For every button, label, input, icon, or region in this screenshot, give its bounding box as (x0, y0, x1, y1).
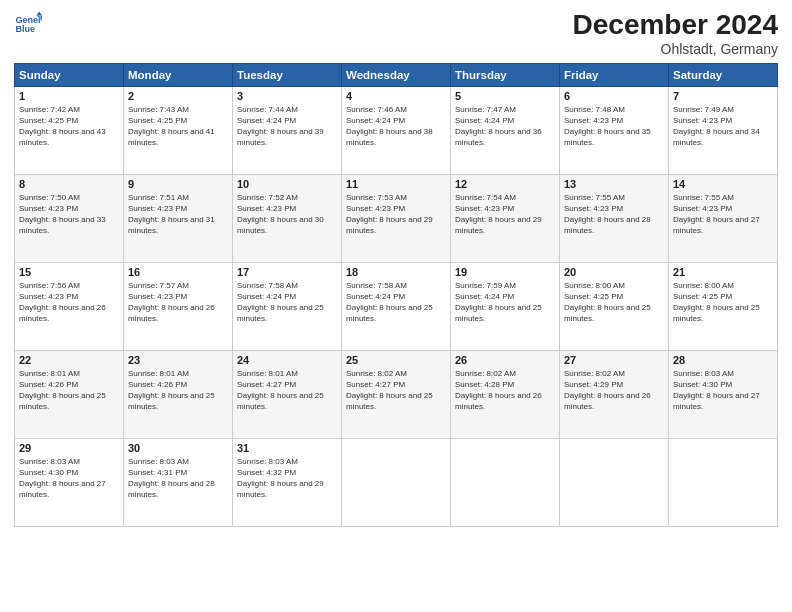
calendar-cell: 29Sunrise: 8:03 AMSunset: 4:30 PMDayligh… (15, 438, 124, 526)
month-title: December 2024 (573, 10, 778, 41)
calendar-cell (451, 438, 560, 526)
page: General Blue December 2024 Ohlstadt, Ger… (0, 0, 792, 612)
title-block: December 2024 Ohlstadt, Germany (573, 10, 778, 57)
logo: General Blue (14, 10, 42, 38)
calendar-cell: 14Sunrise: 7:55 AMSunset: 4:23 PMDayligh… (669, 174, 778, 262)
cell-content: Sunrise: 7:49 AMSunset: 4:23 PMDaylight:… (673, 104, 773, 149)
calendar-week-row: 29Sunrise: 8:03 AMSunset: 4:30 PMDayligh… (15, 438, 778, 526)
calendar-cell: 19Sunrise: 7:59 AMSunset: 4:24 PMDayligh… (451, 262, 560, 350)
day-number: 11 (346, 178, 446, 190)
day-number: 29 (19, 442, 119, 454)
calendar-cell: 5Sunrise: 7:47 AMSunset: 4:24 PMDaylight… (451, 86, 560, 174)
cell-content: Sunrise: 7:48 AMSunset: 4:23 PMDaylight:… (564, 104, 664, 149)
cell-content: Sunrise: 8:01 AMSunset: 4:27 PMDaylight:… (237, 368, 337, 413)
calendar-cell (560, 438, 669, 526)
col-header-wednesday: Wednesday (342, 63, 451, 86)
cell-content: Sunrise: 7:58 AMSunset: 4:24 PMDaylight:… (237, 280, 337, 325)
calendar-cell (669, 438, 778, 526)
svg-text:Blue: Blue (15, 24, 35, 34)
day-number: 15 (19, 266, 119, 278)
calendar-table: SundayMondayTuesdayWednesdayThursdayFrid… (14, 63, 778, 527)
day-number: 16 (128, 266, 228, 278)
calendar-cell: 28Sunrise: 8:03 AMSunset: 4:30 PMDayligh… (669, 350, 778, 438)
day-number: 27 (564, 354, 664, 366)
calendar-cell: 22Sunrise: 8:01 AMSunset: 4:26 PMDayligh… (15, 350, 124, 438)
day-number: 24 (237, 354, 337, 366)
col-header-monday: Monday (124, 63, 233, 86)
cell-content: Sunrise: 7:46 AMSunset: 4:24 PMDaylight:… (346, 104, 446, 149)
calendar-cell: 27Sunrise: 8:02 AMSunset: 4:29 PMDayligh… (560, 350, 669, 438)
cell-content: Sunrise: 7:57 AMSunset: 4:23 PMDaylight:… (128, 280, 228, 325)
location-title: Ohlstadt, Germany (573, 41, 778, 57)
day-number: 10 (237, 178, 337, 190)
day-number: 23 (128, 354, 228, 366)
cell-content: Sunrise: 7:55 AMSunset: 4:23 PMDaylight:… (673, 192, 773, 237)
cell-content: Sunrise: 7:44 AMSunset: 4:24 PMDaylight:… (237, 104, 337, 149)
day-number: 6 (564, 90, 664, 102)
day-number: 4 (346, 90, 446, 102)
calendar-cell: 3Sunrise: 7:44 AMSunset: 4:24 PMDaylight… (233, 86, 342, 174)
day-number: 26 (455, 354, 555, 366)
col-header-thursday: Thursday (451, 63, 560, 86)
day-number: 21 (673, 266, 773, 278)
day-number: 8 (19, 178, 119, 190)
calendar-cell: 4Sunrise: 7:46 AMSunset: 4:24 PMDaylight… (342, 86, 451, 174)
calendar-cell: 30Sunrise: 8:03 AMSunset: 4:31 PMDayligh… (124, 438, 233, 526)
calendar-cell: 26Sunrise: 8:02 AMSunset: 4:28 PMDayligh… (451, 350, 560, 438)
day-number: 13 (564, 178, 664, 190)
cell-content: Sunrise: 7:59 AMSunset: 4:24 PMDaylight:… (455, 280, 555, 325)
day-number: 28 (673, 354, 773, 366)
calendar-cell: 1Sunrise: 7:42 AMSunset: 4:25 PMDaylight… (15, 86, 124, 174)
cell-content: Sunrise: 8:03 AMSunset: 4:30 PMDaylight:… (673, 368, 773, 413)
calendar-cell: 23Sunrise: 8:01 AMSunset: 4:26 PMDayligh… (124, 350, 233, 438)
col-header-saturday: Saturday (669, 63, 778, 86)
day-number: 9 (128, 178, 228, 190)
calendar-cell: 10Sunrise: 7:52 AMSunset: 4:23 PMDayligh… (233, 174, 342, 262)
calendar-week-row: 1Sunrise: 7:42 AMSunset: 4:25 PMDaylight… (15, 86, 778, 174)
header: General Blue December 2024 Ohlstadt, Ger… (14, 10, 778, 57)
day-number: 1 (19, 90, 119, 102)
cell-content: Sunrise: 8:01 AMSunset: 4:26 PMDaylight:… (19, 368, 119, 413)
cell-content: Sunrise: 8:03 AMSunset: 4:32 PMDaylight:… (237, 456, 337, 501)
day-number: 25 (346, 354, 446, 366)
day-number: 22 (19, 354, 119, 366)
calendar-cell: 24Sunrise: 8:01 AMSunset: 4:27 PMDayligh… (233, 350, 342, 438)
calendar-cell: 18Sunrise: 7:58 AMSunset: 4:24 PMDayligh… (342, 262, 451, 350)
calendar-cell: 7Sunrise: 7:49 AMSunset: 4:23 PMDaylight… (669, 86, 778, 174)
day-number: 12 (455, 178, 555, 190)
svg-marker-2 (36, 11, 42, 15)
calendar-cell: 17Sunrise: 7:58 AMSunset: 4:24 PMDayligh… (233, 262, 342, 350)
logo-svg: General Blue (14, 10, 42, 38)
cell-content: Sunrise: 7:42 AMSunset: 4:25 PMDaylight:… (19, 104, 119, 149)
day-number: 2 (128, 90, 228, 102)
cell-content: Sunrise: 8:03 AMSunset: 4:31 PMDaylight:… (128, 456, 228, 501)
day-number: 18 (346, 266, 446, 278)
cell-content: Sunrise: 7:55 AMSunset: 4:23 PMDaylight:… (564, 192, 664, 237)
cell-content: Sunrise: 7:53 AMSunset: 4:23 PMDaylight:… (346, 192, 446, 237)
cell-content: Sunrise: 8:01 AMSunset: 4:26 PMDaylight:… (128, 368, 228, 413)
calendar-cell: 15Sunrise: 7:56 AMSunset: 4:23 PMDayligh… (15, 262, 124, 350)
calendar-week-row: 15Sunrise: 7:56 AMSunset: 4:23 PMDayligh… (15, 262, 778, 350)
cell-content: Sunrise: 8:00 AMSunset: 4:25 PMDaylight:… (673, 280, 773, 325)
calendar-cell (342, 438, 451, 526)
calendar-cell: 9Sunrise: 7:51 AMSunset: 4:23 PMDaylight… (124, 174, 233, 262)
calendar-cell: 25Sunrise: 8:02 AMSunset: 4:27 PMDayligh… (342, 350, 451, 438)
calendar-cell: 2Sunrise: 7:43 AMSunset: 4:25 PMDaylight… (124, 86, 233, 174)
day-number: 20 (564, 266, 664, 278)
day-number: 17 (237, 266, 337, 278)
cell-content: Sunrise: 8:00 AMSunset: 4:25 PMDaylight:… (564, 280, 664, 325)
calendar-cell: 21Sunrise: 8:00 AMSunset: 4:25 PMDayligh… (669, 262, 778, 350)
cell-content: Sunrise: 7:43 AMSunset: 4:25 PMDaylight:… (128, 104, 228, 149)
calendar-cell: 31Sunrise: 8:03 AMSunset: 4:32 PMDayligh… (233, 438, 342, 526)
cell-content: Sunrise: 7:58 AMSunset: 4:24 PMDaylight:… (346, 280, 446, 325)
calendar-cell: 12Sunrise: 7:54 AMSunset: 4:23 PMDayligh… (451, 174, 560, 262)
day-number: 7 (673, 90, 773, 102)
cell-content: Sunrise: 7:51 AMSunset: 4:23 PMDaylight:… (128, 192, 228, 237)
cell-content: Sunrise: 8:03 AMSunset: 4:30 PMDaylight:… (19, 456, 119, 501)
col-header-friday: Friday (560, 63, 669, 86)
calendar-cell: 20Sunrise: 8:00 AMSunset: 4:25 PMDayligh… (560, 262, 669, 350)
calendar-header-row: SundayMondayTuesdayWednesdayThursdayFrid… (15, 63, 778, 86)
cell-content: Sunrise: 7:47 AMSunset: 4:24 PMDaylight:… (455, 104, 555, 149)
day-number: 14 (673, 178, 773, 190)
calendar-cell: 16Sunrise: 7:57 AMSunset: 4:23 PMDayligh… (124, 262, 233, 350)
